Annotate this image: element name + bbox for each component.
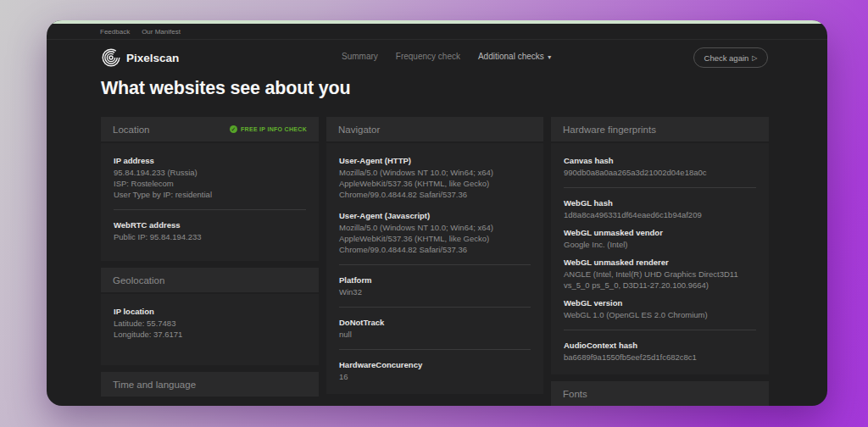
check-circle-icon: ✓ (230, 125, 237, 133)
nav-additional-checks[interactable]: Additional checks▼ (478, 52, 553, 61)
feedback-link[interactable]: Feedback (100, 28, 130, 36)
panel-header-hardware-fingerprints: Hardware fingerprints (551, 117, 769, 141)
app-window: Feedback Our Manifest Pixelscan Summary … (47, 20, 827, 406)
panel-header-fonts: Fonts (551, 381, 769, 406)
divider (339, 349, 531, 350)
section-webrtc-address: WebRTC address Public IP: 95.84.194.233 (114, 219, 306, 242)
section-platform: Platform Win32 (339, 274, 531, 297)
panel-body-hardware-fingerprints: Canvas hash 990db0a8a0aa265a3d21002d04e1… (551, 143, 769, 374)
brand[interactable]: Pixelscan (102, 48, 179, 67)
brand-name: Pixelscan (126, 52, 179, 64)
our-manifest-link[interactable]: Our Manifest (142, 28, 181, 36)
panels-grid: Location ✓ FREE IP INFO CHECK IP address… (101, 117, 769, 406)
free-ip-info-check-badge[interactable]: ✓ FREE IP INFO CHECK (230, 125, 307, 133)
divider (564, 187, 756, 188)
panel-header-geolocation: Geolocation (101, 268, 319, 292)
section-audiocontext-hash: AudioContext hash ba6689f9a1550fb5eef25d… (564, 340, 756, 363)
play-icon: ▷ (752, 54, 757, 62)
nav-summary[interactable]: Summary (342, 52, 378, 61)
section-canvas-hash: Canvas hash 990db0a8a0aa265a3d21002d04e1… (564, 155, 756, 178)
section-ip-address: IP address 95.84.194.233 (Russia) ISP: R… (114, 155, 306, 200)
section-ip-location: IP location Latitude: 55.7483 Longitude:… (114, 306, 306, 340)
section-webgl-hash: WebGL hash 1d8a8ca496331df64eaed6c1b94af… (564, 197, 756, 220)
section-user-agent-js: User-Agent (Javascript) Mozilla/5.0 (Win… (339, 210, 531, 255)
main-nav: Summary Frequency check Additional check… (342, 52, 553, 61)
divider (339, 264, 531, 265)
panel-header-navigator: Navigator (326, 117, 543, 141)
panel-header-time-language: Time and language (101, 372, 319, 396)
section-webgl-unmasked-vendor: WebGL unmasked vendor Google Inc. (Intel… (564, 227, 756, 250)
section-webgl-version: WebGL version WebGL 1.0 (OpenGL ES 2.0 C… (564, 297, 756, 320)
section-webgl-unmasked-renderer: WebGL unmasked renderer ANGLE (Intel, In… (564, 257, 756, 291)
nav-frequency-check[interactable]: Frequency check (396, 52, 460, 61)
divider (114, 209, 306, 210)
pixelscan-logo-icon (102, 48, 120, 67)
top-links-bar: Feedback Our Manifest (47, 24, 827, 40)
panel-body-geolocation: IP location Latitude: 55.7483 Longitude:… (101, 294, 319, 365)
column-right: Hardware fingerprints Canvas hash 990db0… (551, 117, 769, 406)
panel-body-location: IP address 95.84.194.233 (Russia) ISP: R… (101, 143, 319, 261)
divider (564, 330, 756, 330)
column-left: Location ✓ FREE IP INFO CHECK IP address… (101, 117, 319, 406)
column-middle: Navigator User-Agent (HTTP) Mozilla/5.0 … (326, 117, 543, 406)
page-title: What websites see about you (101, 78, 350, 99)
chevron-down-icon: ▼ (547, 54, 553, 60)
check-again-button[interactable]: Check again ▷ (693, 47, 768, 68)
panel-header-location: Location ✓ FREE IP INFO CHECK (101, 117, 319, 141)
section-donottrack: DoNotTrack null (339, 317, 531, 340)
panel-body-navigator: User-Agent (HTTP) Mozilla/5.0 (Windows N… (326, 143, 543, 394)
divider (339, 307, 531, 308)
section-user-agent-http: User-Agent (HTTP) Mozilla/5.0 (Windows N… (339, 155, 531, 200)
section-hardwareconcurency: HardwareConcurency 16 (339, 359, 531, 382)
